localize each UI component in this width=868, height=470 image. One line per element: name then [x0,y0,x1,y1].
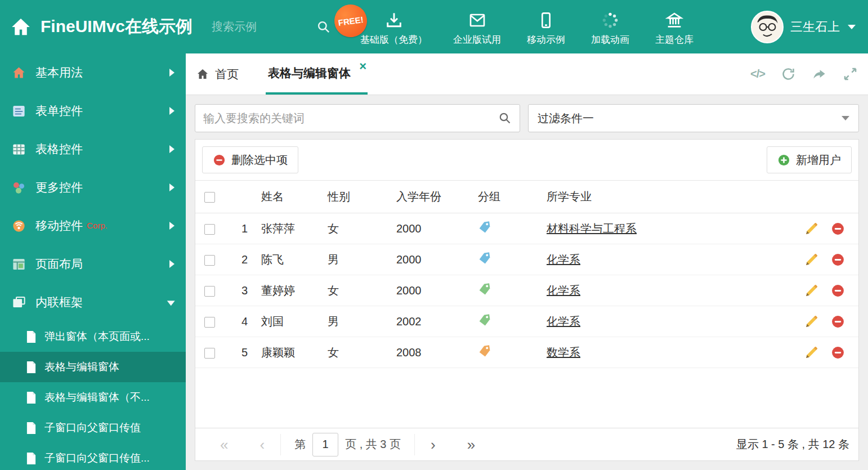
search-button[interactable] [493,106,517,131]
close-icon[interactable]: × [359,60,366,73]
sidebar-subitem-child-to-parent-2[interactable]: 子窗口向父窗口传值... [0,443,186,470]
nav-label: 基础版（免费） [360,33,427,46]
sidebar-subitem-label: 子窗口向父窗口传值 [44,420,141,435]
tab-bar: 首页 表格与编辑窗体 × </> [186,53,868,95]
last-page-button[interactable]: » [451,437,491,452]
search-icon [498,111,512,125]
filter-row: 过滤条件一 [186,95,868,139]
header-search-input[interactable]: 搜索示例 [212,19,331,34]
sidebar-subitem-grid-edit-window-2[interactable]: 表格与编辑窗体（不... [0,382,186,413]
cell-actions [791,244,858,275]
sidebar-item-mobile-controls[interactable]: 移动控件 Corp. [0,207,186,245]
mobile-icon [537,11,555,29]
sidebar-subitem-child-to-parent[interactable]: 子窗口向父窗口传值 [0,413,186,443]
page-suffix-label: 页 , 共 3 页 [345,437,401,452]
delete-minus-icon[interactable] [831,253,845,267]
minus-circle-icon [213,154,226,167]
sidebar: 基本用法 表单控件 表格控件 更多控件 移动控件 Corp. 页面布局 [0,53,186,470]
row-checkbox[interactable] [204,255,215,266]
table-header-row: 姓名 性别 入学年份 分组 所学专业 [195,181,858,213]
major-link[interactable]: 化学系 [547,284,580,297]
major-link[interactable]: 化学系 [547,315,580,328]
table-icon [11,142,26,157]
chevron-right-icon [169,183,175,191]
sidebar-item-form-controls[interactable]: 表单控件 [0,92,186,130]
tab-grid-edit-window[interactable]: 表格与编辑窗体 × [266,53,368,95]
nav-label: 移动示例 [527,33,565,46]
tag-icon [477,312,492,328]
row-checkbox[interactable] [204,317,215,328]
avatar [751,11,784,43]
sidebar-item-label: 基本用法 [35,65,83,80]
edit-pencil-icon[interactable] [804,253,818,267]
nav-enterprise-trial[interactable]: 企业版试用 [453,8,501,46]
sidebar-item-page-layout[interactable]: 页面布局 [0,245,186,283]
cell-year: 2008 [390,337,471,368]
major-link[interactable]: 数学系 [547,346,580,359]
table-row: 2 陈飞 男 2000 化学系 [195,244,858,275]
sidebar-item-inline-frame[interactable]: 内联框架 [0,283,186,321]
row-checkbox[interactable] [204,348,215,359]
tab-home[interactable]: 首页 [196,53,239,95]
nav-mobile-demo[interactable]: 移动示例 [527,8,565,46]
share-icon[interactable] [812,66,827,82]
record-count-summary: 显示 1 - 5 条 , 共 12 条 [736,437,849,452]
cell-year: 2002 [390,306,471,337]
chevron-down-icon [842,116,849,120]
keyword-search-input[interactable] [196,105,493,132]
fullscreen-icon[interactable] [843,66,858,82]
row-index: 4 [223,306,254,337]
delete-selected-button[interactable]: 删除选中项 [202,146,298,173]
delete-minus-icon[interactable] [831,222,845,236]
button-label: 新增用户 [796,153,841,168]
table-body: 1 张萍萍 女 2000 材料科学与工程系 [195,213,858,368]
sidebar-item-basic-usage[interactable]: 基本用法 [0,53,186,92]
delete-minus-icon[interactable] [831,284,845,298]
add-user-button[interactable]: 新增用户 [767,146,852,173]
corp-badge: Corp. [87,221,108,230]
sidebar-subitem-popup-window[interactable]: 弹出窗体（本页面或... [0,321,186,352]
page-number-input[interactable] [312,433,338,456]
row-checkbox[interactable] [204,286,215,297]
select-all-checkbox[interactable] [204,192,215,203]
app-header: FineUIMvc在线示例 搜索示例 FREE! 基础版（免费） 企业版试用 移… [0,0,868,53]
edit-pencil-icon[interactable] [804,222,818,236]
nav-theme-repo[interactable]: 主题仓库 [655,8,693,46]
edit-pencil-icon[interactable] [804,346,818,360]
cell-group [471,337,540,368]
cell-name: 陈飞 [254,244,321,275]
view-source-button[interactable]: </> [750,68,765,80]
first-page-button[interactable]: « [204,437,244,452]
sidebar-item-grid-controls[interactable]: 表格控件 [0,130,186,168]
tab-label: 表格与编辑窗体 [268,65,351,81]
row-checkbox[interactable] [204,224,215,235]
chevron-right-icon [169,260,175,268]
nav-loading-animations[interactable]: 加载动画 [591,8,629,46]
chevron-right-icon [169,145,175,153]
user-menu[interactable]: 三生石上 [751,11,856,43]
cell-gender: 女 [321,213,390,244]
nav-basic-edition[interactable]: FREE! 基础版（免费） [360,8,427,46]
search-icon[interactable] [316,20,331,34]
user-name: 三生石上 [790,19,840,35]
refresh-icon[interactable] [781,66,796,82]
cell-major: 化学系 [540,306,791,337]
cell-name: 张萍萍 [254,213,321,244]
delete-minus-icon[interactable] [831,315,845,329]
filter-dropdown[interactable]: 过滤条件一 [528,104,859,132]
edit-pencil-icon[interactable] [804,284,818,298]
home-icon[interactable] [10,16,32,38]
next-page-button[interactable]: › [415,437,451,452]
major-link[interactable]: 材料科学与工程系 [547,222,637,235]
chevron-icon [167,301,175,306]
edit-pencil-icon[interactable] [804,315,818,329]
cell-gender: 男 [321,244,390,275]
major-link[interactable]: 化学系 [547,253,580,266]
prev-page-button[interactable]: ‹ [244,437,280,452]
sidebar-item-more-controls[interactable]: 更多控件 [0,168,186,207]
sidebar-subitem-grid-edit-window[interactable]: 表格与编辑窗体 [0,352,186,382]
file-icon [26,361,37,374]
tag-icon [477,250,492,266]
delete-minus-icon[interactable] [831,346,845,360]
cell-gender: 女 [321,275,390,306]
